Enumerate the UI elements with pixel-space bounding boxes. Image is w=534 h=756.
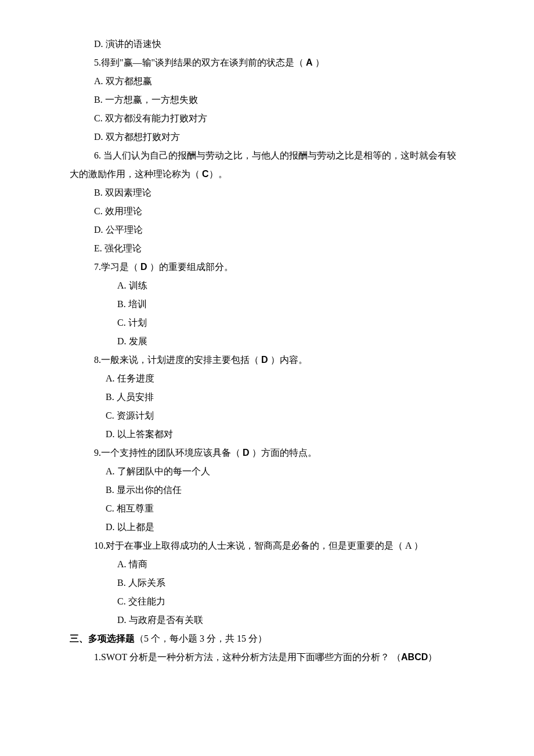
q5-option-d: D. 演讲的语速快 bbox=[70, 35, 464, 53]
q10-option-d: D. 与政府是否有关联 bbox=[70, 611, 464, 629]
q7-option-d: D. 发展 bbox=[70, 332, 464, 351]
document-page: D. 演讲的语速快 5.得到"赢—输"谈判结果的双方在谈判前的状态是（ A ） … bbox=[0, 0, 534, 701]
s3-q1-answer: ABCD bbox=[401, 652, 428, 662]
q8-answer: D bbox=[261, 355, 268, 365]
q7-stem: 7.学习是（ D ）的重要组成部分。 bbox=[70, 258, 464, 276]
q9-stem-text-b: ）方面的特点。 bbox=[250, 448, 317, 458]
q5-option-c: C. 双方都没有能力打败对方 bbox=[70, 109, 464, 128]
q9-option-b: B. 显示出你的信任 bbox=[70, 481, 464, 499]
q9-option-c: C. 相互尊重 bbox=[70, 499, 464, 518]
q6-option-d: D. 公平理论 bbox=[70, 221, 464, 239]
q5-option-a: A. 双方都想赢 bbox=[70, 72, 464, 91]
q6-option-e: E. 强化理论 bbox=[70, 239, 464, 258]
q10-option-b: B. 人际关系 bbox=[70, 574, 464, 592]
q9-option-a: A. 了解团队中的每一个人 bbox=[70, 462, 464, 481]
q5-stem-text-b: ） bbox=[313, 57, 324, 67]
q5-stem-text-a: 5.得到"赢—输"谈判结果的双方在谈判前的状态是（ bbox=[94, 57, 306, 67]
q10-stem: 10.对于在事业上取得成功的人士来说，智商高是必备的，但是更重要的是（ A ） bbox=[70, 537, 464, 555]
q7-option-a: A. 训练 bbox=[70, 276, 464, 295]
q8-stem-text-a: 8.一般来说，计划进度的安排主要包括（ bbox=[94, 355, 261, 365]
q8-option-a: A. 任务进度 bbox=[70, 369, 464, 388]
q6-stem-text-a: 6. 当人们认为自己的报酬与劳动之比，与他人的报酬与劳动之比是相等的，这时就会有… bbox=[70, 150, 456, 179]
q6-answer: C bbox=[202, 169, 209, 179]
q8-stem: 8.一般来说，计划进度的安排主要包括（ D ）内容。 bbox=[70, 351, 464, 369]
q6-option-b: B. 双因素理论 bbox=[70, 183, 464, 202]
q7-stem-text-a: 7.学习是（ bbox=[94, 262, 140, 272]
q8-option-d: D. 以上答案都对 bbox=[70, 425, 464, 444]
s3-q1-stem-text-a: 1.SWOT 分析是一种分析方法，这种分析方法是用下面哪些方面的分析？ （ bbox=[94, 652, 401, 662]
q8-stem-text-b: ）内容。 bbox=[268, 355, 308, 365]
q10-option-c: C. 交往能力 bbox=[70, 592, 464, 611]
q7-option-b: B. 培训 bbox=[70, 295, 464, 314]
q5-option-b: B. 一方想赢，一方想失败 bbox=[70, 91, 464, 109]
section-3-heading-line: 三、多项选择题（5 个，每小题 3 分，共 15 分） bbox=[70, 629, 464, 648]
q6-option-c: C. 效用理论 bbox=[70, 202, 464, 221]
q6-stem-text-b: ）。 bbox=[209, 169, 228, 179]
q10-option-a: A. 情商 bbox=[70, 555, 464, 574]
section-3-heading: 三、多项选择题 bbox=[70, 633, 135, 643]
section-3-info: （5 个，每小题 3 分，共 15 分） bbox=[135, 633, 267, 643]
q7-stem-text-b: ）的重要组成部分。 bbox=[147, 262, 233, 272]
q5-stem: 5.得到"赢—输"谈判结果的双方在谈判前的状态是（ A ） bbox=[70, 53, 464, 72]
q5-answer: A bbox=[306, 57, 313, 67]
q8-option-b: B. 人员安排 bbox=[70, 388, 464, 406]
q5-option-d2: D. 双方都想打败对方 bbox=[70, 128, 464, 146]
s3-q1-stem: 1.SWOT 分析是一种分析方法，这种分析方法是用下面哪些方面的分析？ （ABC… bbox=[70, 648, 464, 667]
q9-option-d: D. 以上都是 bbox=[70, 518, 464, 537]
q9-stem: 9.一个支持性的团队环境应该具备（ D ）方面的特点。 bbox=[70, 444, 464, 462]
q7-option-c: C. 计划 bbox=[70, 314, 464, 332]
s3-q1-stem-text-b: ） bbox=[428, 652, 437, 662]
q9-answer: D bbox=[243, 448, 250, 458]
q9-stem-text-a: 9.一个支持性的团队环境应该具备（ bbox=[94, 448, 243, 458]
q7-answer: D bbox=[140, 262, 147, 272]
q6-stem: 6. 当人们认为自己的报酬与劳动之比，与他人的报酬与劳动之比是相等的，这时就会有… bbox=[70, 146, 464, 183]
q8-option-c: C. 资源计划 bbox=[70, 406, 464, 425]
